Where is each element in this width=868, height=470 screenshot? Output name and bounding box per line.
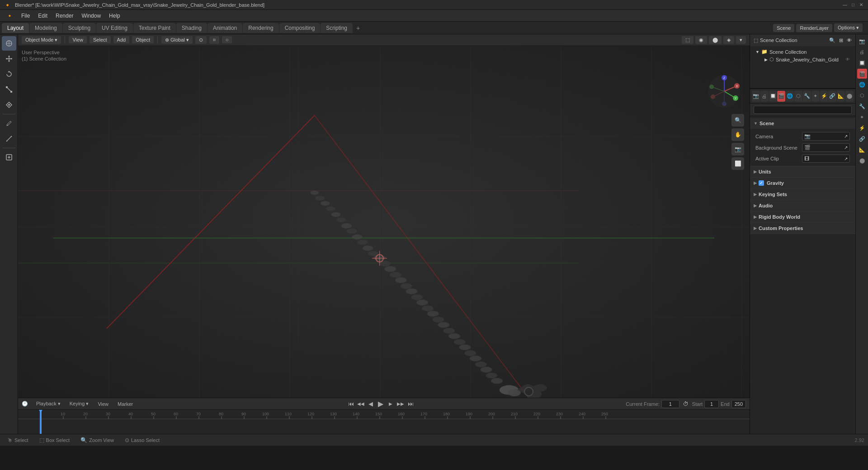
- pan-viewport-button[interactable]: ✋: [731, 128, 744, 141]
- prop-tab-render[interactable]: 📷: [752, 91, 760, 102]
- render-layer-selector[interactable]: RenderLayer: [796, 24, 832, 32]
- add-primitive-button[interactable]: [2, 150, 16, 164]
- object-mode-selector[interactable]: Object Mode ▾: [22, 36, 61, 44]
- tab-animation[interactable]: Animation: [208, 23, 242, 33]
- scene-section-header[interactable]: ▼ Scene: [750, 118, 855, 129]
- end-frame-input[interactable]: 250: [731, 400, 746, 408]
- edge-particles-btn[interactable]: ✦: [857, 112, 867, 122]
- edge-object-btn[interactable]: ⬡: [857, 90, 867, 100]
- tab-sculpting[interactable]: Sculpting: [63, 23, 96, 33]
- tab-layout[interactable]: Layout: [2, 23, 29, 33]
- tab-shading[interactable]: Shading: [176, 23, 207, 33]
- marker-menu[interactable]: Marker: [115, 400, 136, 408]
- annotate-tool-button[interactable]: [2, 116, 16, 131]
- keyframe-insert-button[interactable]: ⏱: [681, 400, 690, 409]
- edge-scene-btn[interactable]: 🎬: [857, 69, 867, 79]
- jump-start-button[interactable]: ⏮: [346, 400, 355, 409]
- menu-blender[interactable]: 🔸: [3, 12, 17, 20]
- timeline-track[interactable]: 1 10 20 30 40 50 60 70: [18, 410, 750, 434]
- viewport-shading-wire[interactable]: ⬚: [682, 36, 693, 44]
- prev-frame-button[interactable]: ◀: [366, 400, 375, 409]
- edge-constraints-btn[interactable]: 🔗: [857, 134, 867, 144]
- outliner-filter-icon[interactable]: ⊞: [839, 38, 843, 43]
- pivot-point[interactable]: ⊙: [195, 36, 207, 44]
- prop-tab-output[interactable]: 🖨: [760, 91, 769, 102]
- proportional-edit[interactable]: ○: [222, 36, 232, 43]
- scale-tool-button[interactable]: [2, 82, 16, 97]
- next-keyframe-button[interactable]: ▶▶: [396, 400, 405, 409]
- add-workspace-button[interactable]: +: [353, 23, 363, 33]
- active-clip-link-icon[interactable]: ↗: [844, 156, 848, 161]
- prop-tab-view-layer[interactable]: 🔲: [769, 91, 777, 102]
- search-viewport-button[interactable]: 🔍: [731, 114, 744, 127]
- play-button[interactable]: ▶: [376, 400, 385, 409]
- prop-tab-physics[interactable]: ⚡: [820, 91, 828, 102]
- menu-edit[interactable]: Edit: [34, 12, 51, 20]
- viewport-shading-render[interactable]: ◈: [723, 36, 734, 44]
- view-menu[interactable]: View: [69, 36, 87, 43]
- object-visibility[interactable]: 👁: [845, 57, 850, 62]
- edge-material-btn[interactable]: ⬤: [857, 155, 867, 165]
- outliner-scene-collection[interactable]: ▼ 📁 Scene Collection: [754, 48, 852, 56]
- snap-toggle[interactable]: ⌗: [209, 36, 219, 44]
- select-menu[interactable]: Select: [90, 36, 111, 43]
- tab-modeling[interactable]: Modeling: [29, 23, 62, 33]
- rotate-tool-button[interactable]: [2, 67, 16, 81]
- minimize-button[interactable]: —: [842, 2, 848, 8]
- camera-view-button[interactable]: 📷: [731, 143, 744, 155]
- prop-tab-modifier[interactable]: 🔧: [803, 91, 811, 102]
- camera-value[interactable]: 📷 ↗: [802, 132, 850, 141]
- menu-file[interactable]: File: [18, 12, 33, 20]
- edge-output-btn[interactable]: 🖨: [857, 47, 867, 57]
- edge-physics-btn[interactable]: ⚡: [857, 123, 867, 133]
- keying-menu[interactable]: Keying ▾: [67, 400, 92, 408]
- rigid-body-world-section-header[interactable]: ▶ Rigid Body World: [750, 212, 855, 222]
- navigation-gizmo[interactable]: Z Y X: [706, 73, 742, 109]
- status-lasso-select[interactable]: ⊙ Lasso Select: [121, 436, 163, 444]
- tab-uv-editing[interactable]: UV Editing: [96, 23, 133, 33]
- object-menu[interactable]: Object: [132, 36, 154, 43]
- maximize-button[interactable]: □: [850, 2, 856, 8]
- viewport-canvas[interactable]: User Perspective (1) Scene Collection Z …: [18, 46, 750, 398]
- timeline-view-menu[interactable]: View: [95, 400, 111, 408]
- prop-tab-particles[interactable]: ✦: [811, 91, 820, 102]
- playback-menu[interactable]: Playback ▾: [33, 400, 63, 408]
- prev-keyframe-button[interactable]: ◀◀: [356, 400, 365, 409]
- menu-help[interactable]: Help: [105, 12, 124, 20]
- bg-scene-link-icon[interactable]: ↗: [844, 145, 848, 150]
- tab-texture-paint[interactable]: Texture Paint: [133, 23, 176, 33]
- audio-section-header[interactable]: ▶ Audio: [750, 200, 855, 211]
- current-frame-input[interactable]: 1: [661, 400, 679, 408]
- edge-world-btn[interactable]: 🌐: [857, 80, 867, 89]
- viewport-shading-material[interactable]: ⬤: [709, 36, 722, 44]
- menu-render[interactable]: Render: [52, 12, 77, 20]
- start-frame-input[interactable]: 1: [704, 400, 719, 408]
- custom-properties-section-header[interactable]: ▶ Custom Properties: [750, 223, 855, 234]
- move-tool-button[interactable]: [2, 52, 16, 66]
- tab-compositing[interactable]: Compositing: [279, 23, 321, 33]
- orthographic-view-button[interactable]: ⬜: [731, 157, 744, 170]
- prop-tab-scene[interactable]: 🎬: [777, 91, 785, 102]
- keying-sets-section-header[interactable]: ▶ Keying Sets: [750, 189, 855, 200]
- properties-search-input[interactable]: [754, 106, 852, 114]
- outliner-visibility-icon[interactable]: 👁: [847, 38, 852, 43]
- prop-tab-material[interactable]: ⬤: [845, 91, 854, 102]
- tab-scripting[interactable]: Scripting: [321, 23, 353, 33]
- transform-tool-button[interactable]: [2, 98, 16, 112]
- measure-tool-button[interactable]: [2, 132, 16, 146]
- status-box-select[interactable]: ⬚ Box Select: [36, 436, 74, 444]
- units-section-header[interactable]: ▶ Units: [750, 166, 855, 177]
- add-menu[interactable]: Add: [113, 36, 130, 43]
- status-select[interactable]: 🖱 Select: [4, 436, 32, 444]
- render-options[interactable]: Options ▾: [834, 24, 863, 32]
- status-zoom-view[interactable]: 🔍 Zoom View: [77, 436, 118, 444]
- prop-tab-object[interactable]: ⬡: [794, 91, 802, 102]
- prop-tab-data[interactable]: 📐: [837, 91, 845, 102]
- prop-tab-constraints[interactable]: 🔗: [828, 91, 836, 102]
- prop-tab-world[interactable]: 🌐: [786, 91, 794, 102]
- edge-modifier-btn[interactable]: 🔧: [857, 101, 867, 111]
- outliner-search-icon[interactable]: 🔍: [829, 38, 835, 43]
- bg-scene-value[interactable]: 🎬 ↗: [802, 143, 850, 152]
- viewport-shading-solid[interactable]: ◉: [695, 36, 707, 44]
- shading-options[interactable]: ▾: [736, 36, 746, 44]
